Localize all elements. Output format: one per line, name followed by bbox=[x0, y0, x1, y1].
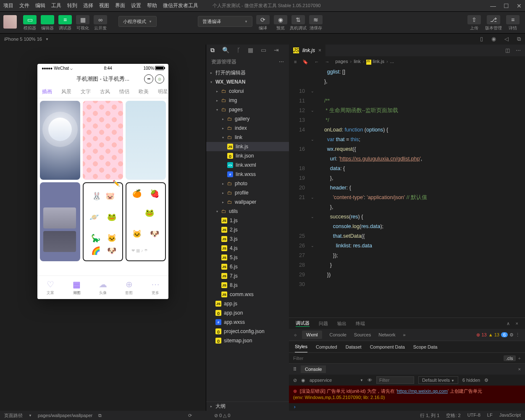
forward-icon[interactable]: → bbox=[325, 59, 329, 64]
sync-icon[interactable]: ⟳ bbox=[188, 413, 192, 418]
console-toggle-icon[interactable]: ⠿ bbox=[293, 367, 297, 372]
tree-node[interactable]: JS2.js bbox=[206, 225, 289, 234]
tree-node[interactable]: {}app.json bbox=[206, 308, 289, 318]
wallpaper-card[interactable] bbox=[83, 101, 123, 180]
add-style-icon[interactable]: + bbox=[518, 356, 521, 361]
phone-tabbar[interactable]: ♡文案▦潮图☁头像⊕套图⋯更多 bbox=[37, 276, 168, 299]
tree-node[interactable]: {}sitemap.json bbox=[206, 336, 289, 345]
wallpaper-card[interactable]: 🐰🐷 🪐🐸 🦕🐱 🌈🐶 bbox=[83, 182, 123, 261]
tabbar-item[interactable]: ⋯更多 bbox=[142, 276, 168, 299]
toolbar-button[interactable]: ≡调试器 bbox=[56, 13, 74, 31]
menu-item[interactable]: 视图 bbox=[99, 2, 109, 9]
toolbar-button[interactable]: ▦可视化 bbox=[74, 13, 92, 31]
inspect-icon[interactable]: ⟐ bbox=[294, 332, 297, 337]
tree-node[interactable]: JS8.js bbox=[206, 281, 289, 290]
style-tab[interactable]: Component Data bbox=[370, 344, 405, 349]
path-label[interactable]: 页面路径 bbox=[4, 412, 23, 419]
diagnostics[interactable]: ⊘ 0 △ 0 bbox=[214, 413, 230, 418]
mute-icon[interactable]: ◁ bbox=[504, 36, 509, 42]
tree-node[interactable]: ▸🗀photo bbox=[206, 179, 289, 188]
eye-icon[interactable]: 👁 bbox=[368, 378, 372, 383]
tree-node[interactable]: #link.wxss bbox=[206, 170, 289, 179]
menu-item[interactable]: 选择 bbox=[83, 2, 93, 9]
toolbar-button[interactable]: ⎇版本管理 bbox=[485, 13, 502, 31]
gear-icon[interactable]: ⚙ bbox=[484, 378, 488, 383]
console-ctx-icon[interactable]: ◉ bbox=[301, 378, 305, 383]
phone-tabs[interactable]: 插画风景文字古风情侣欧美明星 bbox=[37, 86, 168, 98]
style-tab[interactable]: Dataset bbox=[346, 344, 362, 349]
tree-node[interactable]: ▾🗀link bbox=[206, 133, 289, 142]
code-editor[interactable]: 10 11 12 13 14 16 18 19 20 21 25 26 27 2… bbox=[289, 67, 525, 318]
toolbar-button[interactable]: ▭模拟器 bbox=[21, 13, 39, 31]
close-panel-icon[interactable]: × bbox=[516, 321, 518, 326]
tree-node[interactable]: ▾🗀pages bbox=[206, 105, 289, 114]
menu-item[interactable]: 转到 bbox=[67, 2, 77, 9]
tree-node[interactable]: ▸🗀wallpaper bbox=[206, 197, 289, 207]
gear-icon[interactable]: ⚙ bbox=[509, 332, 514, 338]
tree-node[interactable]: JS6.js bbox=[206, 262, 289, 271]
collapse-icon[interactable]: ⇥ bbox=[274, 47, 279, 53]
phone-preview[interactable]: WeChat ⌵ 8:44 100% 手机潮图 - 让手机秀... 插画风景文字… bbox=[37, 64, 168, 299]
compile-select[interactable]: 普通编译▼ bbox=[198, 16, 252, 27]
status-item[interactable]: 空格: 2 bbox=[446, 412, 460, 419]
list-icon[interactable]: ≡ bbox=[294, 59, 297, 64]
devtools-tabs[interactable]: ⟐ WxmlConsoleSourcesNetwork»⊗ 13▲ 136⚙⋮ bbox=[289, 329, 525, 341]
device-icon[interactable]: ▯ bbox=[480, 36, 483, 42]
wallpaper-card[interactable] bbox=[126, 101, 166, 180]
tabbar-item[interactable]: ⊕套图 bbox=[116, 276, 142, 299]
console-close-icon[interactable]: × bbox=[518, 367, 521, 372]
tree-node[interactable]: {}project.config.json bbox=[206, 327, 289, 336]
back-icon[interactable]: ← bbox=[314, 59, 319, 64]
console-prompt[interactable]: › bbox=[289, 403, 525, 411]
devtools-tab[interactable]: Console bbox=[330, 332, 346, 337]
style-tab[interactable]: Styles bbox=[295, 341, 307, 352]
capsule-close-icon[interactable] bbox=[155, 74, 164, 84]
phone-tab[interactable]: 风景 bbox=[57, 88, 76, 95]
cls-toggle[interactable]: .cls bbox=[504, 355, 516, 361]
style-tab[interactable]: Computed bbox=[316, 344, 337, 349]
maximize-icon[interactable]: ☐ bbox=[504, 3, 509, 9]
panel-tab[interactable]: 终端 bbox=[356, 320, 365, 327]
phone-tab[interactable]: 插画 bbox=[37, 88, 57, 95]
toolbar-button[interactable]: ◉预览 bbox=[272, 13, 289, 31]
tree-node[interactable]: ▸🗀img bbox=[206, 96, 289, 105]
more-tabs-icon[interactable]: » bbox=[403, 332, 406, 337]
panel-tab[interactable]: 输出 bbox=[337, 320, 346, 327]
tree-node[interactable]: ▸🗀gallery bbox=[206, 114, 289, 123]
copy-path-icon[interactable]: ⧉ bbox=[98, 413, 102, 418]
devtools-tab[interactable]: Sources bbox=[354, 332, 371, 337]
phone-tab[interactable]: 欧美 bbox=[134, 88, 153, 95]
more-icon[interactable]: ⋮ bbox=[515, 332, 520, 338]
mode-select[interactable]: 小程序模式▼ bbox=[118, 16, 157, 27]
close-icon[interactable]: ✕ bbox=[517, 3, 522, 9]
section-outline[interactable]: ▸大纲 bbox=[206, 402, 289, 411]
toolbar-button[interactable]: ≡详情 bbox=[504, 13, 522, 31]
tabbar-item[interactable]: ♡文案 bbox=[37, 276, 63, 299]
toolbar-button[interactable]: ⇧上传 bbox=[465, 13, 483, 31]
menu-item[interactable]: 设置 bbox=[131, 2, 141, 9]
console-tab[interactable]: Console bbox=[301, 365, 326, 373]
panel-tab[interactable]: 问题 bbox=[319, 320, 328, 327]
close-tab-icon[interactable]: × bbox=[318, 47, 321, 53]
menu-item[interactable]: 编辑 bbox=[35, 2, 45, 9]
phone-tab[interactable]: 文字 bbox=[76, 88, 95, 95]
status-item[interactable]: LF bbox=[487, 412, 493, 419]
menu-item[interactable]: 界面 bbox=[115, 2, 125, 9]
hidden-count[interactable]: 6 hidden bbox=[462, 378, 480, 383]
record-icon[interactable]: ◉ bbox=[491, 36, 496, 42]
tree-node[interactable]: ▾🗀utils bbox=[206, 207, 289, 216]
tree-node[interactable]: <>link.wxml bbox=[206, 160, 289, 170]
phone-tab[interactable]: 情侣 bbox=[115, 88, 134, 95]
tree-node[interactable]: JS7.js bbox=[206, 271, 289, 281]
tree-node[interactable]: JS5.js bbox=[206, 253, 289, 262]
tree-node[interactable]: #app.wxss bbox=[206, 318, 289, 327]
style-filter[interactable]: Filter bbox=[293, 356, 303, 361]
editor-tab[interactable]: JSlink.js× bbox=[289, 45, 326, 56]
tree-node[interactable]: JSapp.js bbox=[206, 299, 289, 308]
status-item[interactable]: JavaScript bbox=[499, 412, 521, 419]
tabbar-item[interactable]: ☁头像 bbox=[90, 276, 116, 299]
copy-icon[interactable]: ⧉ bbox=[517, 36, 521, 42]
wallpaper-card[interactable]: 🍊🍓 🐸 🐱🐶 ❤ ▦ ♪ ☂ bbox=[126, 182, 166, 261]
tree-node[interactable]: {}link.json bbox=[206, 151, 289, 160]
tree-node[interactable]: ▸🗀index bbox=[206, 123, 289, 133]
